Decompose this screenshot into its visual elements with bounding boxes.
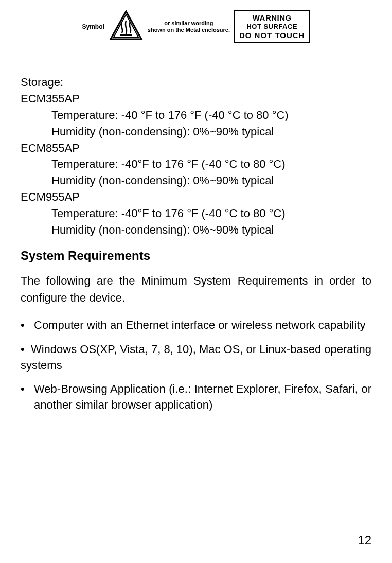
bullet-icon: • bbox=[21, 318, 34, 333]
bullet-item: • Computer with an Ethernet interface or… bbox=[21, 318, 371, 333]
warning-block: Symbol or similar wording shown on the M… bbox=[21, 10, 371, 43]
bullet-item: • Web-Browsing Application (i.e.: Intern… bbox=[21, 381, 371, 413]
bullet-text-2: Web-Browsing Application (i.e.: Internet… bbox=[34, 381, 371, 413]
system-requirements-heading: System Requirements bbox=[21, 249, 371, 263]
model-name-1: ECM855AP bbox=[21, 140, 371, 156]
storage-heading: Storage: bbox=[21, 74, 371, 91]
hot-surface-triangle-icon bbox=[109, 10, 144, 43]
model-humidity-2: Humidity (non-condensing): 0%~90% typica… bbox=[21, 222, 371, 238]
caption-line1: or similar wording bbox=[148, 20, 230, 27]
warning-box: WARNING HOT SURFACE DO NOT TOUCH bbox=[234, 10, 310, 43]
model-humidity-1: Humidity (non-condensing): 0%~90% typica… bbox=[21, 172, 371, 189]
model-temp-0: Temperature: -40 °F to 176 °F (-40 °C to… bbox=[21, 107, 371, 124]
bullet-icon: • bbox=[21, 343, 31, 356]
model-humidity-0: Humidity (non-condensing): 0%~90% typica… bbox=[21, 124, 371, 140]
model-temp-2: Temperature: -40°F to 176 °F (-40 °C to … bbox=[21, 205, 371, 222]
bullet-item: • Windows OS(XP, Vista, 7, 8, 10), Mac O… bbox=[21, 342, 371, 374]
bullet-text-0: Computer with an Ethernet interface or w… bbox=[34, 318, 371, 333]
model-name-2: ECM955AP bbox=[21, 189, 371, 205]
warning-line3: DO NOT TOUCH bbox=[239, 31, 305, 40]
warning-line2: HOT SURFACE bbox=[239, 23, 305, 31]
page-number: 12 bbox=[358, 533, 371, 548]
model-name-0: ECM355AP bbox=[21, 91, 371, 107]
system-requirements-intro: The following are the Minimum System Req… bbox=[21, 272, 371, 306]
storage-section: Storage: ECM355AP Temperature: -40 °F to… bbox=[21, 74, 371, 238]
warning-line1: WARNING bbox=[239, 13, 305, 23]
bullet-icon: • bbox=[21, 381, 34, 413]
model-temp-1: Temperature: -40°F to 176 °F (-40 °C to … bbox=[21, 156, 371, 172]
warning-caption: or similar wording shown on the Metal en… bbox=[148, 20, 230, 33]
symbol-label: Symbol bbox=[82, 23, 104, 30]
bullet-text-1: Windows OS(XP, Vista, 7, 8, 10), Mac OS,… bbox=[21, 343, 371, 372]
caption-line2: shown on the Metal enclosure. bbox=[148, 27, 230, 33]
